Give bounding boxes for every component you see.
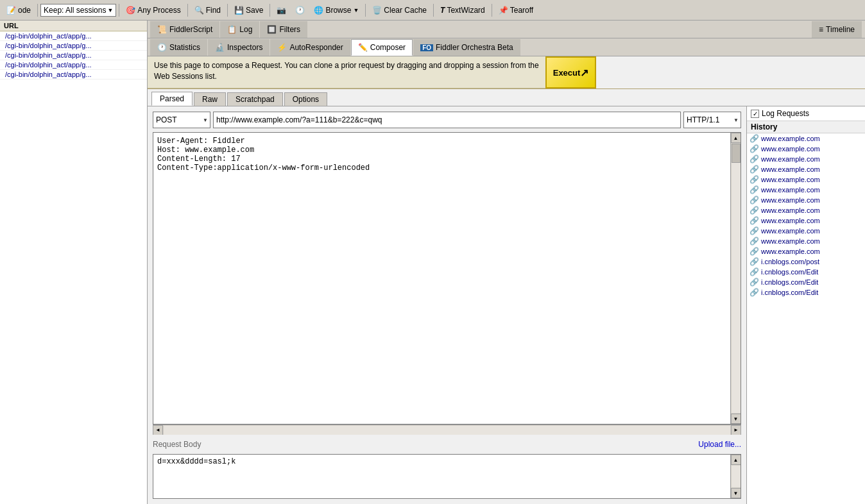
headers-textarea[interactable]: [153, 133, 730, 424]
composer-panel: Use this page to compose a Request. You …: [148, 56, 865, 504]
history-item[interactable]: 🔗 www.example.com: [747, 185, 865, 195]
http-version-select[interactable]: HTTP/1.1 HTTP/2: [683, 112, 741, 128]
browse-arrow: ▼: [353, 7, 359, 13]
history-item[interactable]: 🔗 www.example.com: [747, 154, 865, 164]
history-item[interactable]: 🔗 i.cnblogs.com/Edit: [747, 277, 865, 287]
history-icon-green: 🔗: [749, 144, 759, 153]
toolbar-code[interactable]: 📝 ode: [3, 4, 35, 16]
http-version-wrapper[interactable]: HTTP/1.1 HTTP/2: [683, 112, 741, 128]
tab-statistics[interactable]: 🕐 Statistics: [150, 39, 207, 56]
scroll-down-btn[interactable]: ▼: [731, 414, 741, 424]
tab-parsed[interactable]: Parsed: [151, 92, 193, 106]
toolbar-clock[interactable]: 🕐: [291, 4, 309, 16]
save-icon: 💾: [234, 6, 244, 15]
log-requests-label: Log Requests: [762, 109, 809, 118]
request-area: POST GET PUT DELETE HTTP/1.1 HTTP/2: [148, 106, 746, 504]
list-item[interactable]: /cgi-bin/dolphin_act/app/g...: [0, 41, 147, 51]
toolbar-camera[interactable]: 📷: [273, 4, 290, 16]
sidebar-header: URL: [0, 21, 147, 31]
toolbar-tearoff[interactable]: 📌 Tearoff: [495, 4, 537, 16]
history-item[interactable]: 🔗 www.example.com: [747, 205, 865, 215]
log-requests-checkbox[interactable]: ✓: [751, 110, 759, 118]
list-item[interactable]: /cgi-bin/dolphin_act/app/g...: [0, 70, 147, 80]
history-item[interactable]: 🔗 www.example.com: [747, 174, 865, 185]
camera-icon: 📷: [277, 6, 286, 15]
history-item[interactable]: 🔗 www.example.com: [747, 226, 865, 236]
history-item[interactable]: 🔗 i.cnblogs.com/Edit: [747, 267, 865, 277]
tearoff-icon: 📌: [499, 6, 508, 15]
separator-7: [433, 4, 434, 17]
tab-log[interactable]: 📋 Log: [220, 21, 259, 38]
log-requests-checkbox-row[interactable]: ✓ Log Requests: [751, 109, 809, 118]
tab-autoresponder[interactable]: ⚡ AutoResponder: [270, 39, 350, 56]
separator-2: [119, 4, 119, 17]
main-layout: URL /cgi-bin/dolphin_act/app/g... /cgi-b…: [0, 21, 865, 504]
scroll-track: [732, 144, 741, 413]
history-item[interactable]: 🔗 www.example.com: [747, 195, 865, 205]
tab-bar-2: 🕐 Statistics 🔬 Inspectors ⚡ AutoResponde…: [148, 38, 865, 56]
body-scroll-up-btn[interactable]: ▲: [731, 455, 741, 465]
history-icon-green: 🔗: [749, 134, 759, 143]
inspectors-icon: 🔬: [215, 43, 225, 52]
history-item[interactable]: 🔗 i.cnblogs.com/post: [747, 256, 865, 267]
left-sidebar: URL /cgi-bin/dolphin_act/app/g... /cgi-b…: [0, 21, 148, 504]
body-textarea[interactable]: [153, 455, 730, 498]
toolbar-textwizard[interactable]: T TextWizard: [436, 4, 489, 16]
tab-bar-1: 📜 FiddlerScript 📋 Log 🔲 Filters ≡ Timeli…: [148, 21, 865, 38]
history-icon-green: 🔗: [749, 237, 759, 246]
list-item[interactable]: /cgi-bin/dolphin_act/app/g...: [0, 60, 147, 70]
scroll-right-btn[interactable]: ►: [731, 425, 741, 435]
toolbar-find[interactable]: 🔍 Find: [191, 4, 225, 16]
timeline-icon: ≡: [819, 25, 823, 34]
composer-icon: ✏️: [358, 43, 368, 52]
tab-scratchpad[interactable]: Scratchpad: [227, 92, 283, 106]
history-item[interactable]: 🔗 www.example.com: [747, 164, 865, 174]
code-icon: 📝: [6, 6, 16, 15]
history-icon-green: 🔗: [749, 206, 759, 215]
url-input[interactable]: [213, 112, 681, 128]
upload-file-link[interactable]: Upload file...: [698, 440, 741, 449]
tab-fiddler-orchestra[interactable]: FO Fiddler Orchestra Beta: [413, 39, 520, 56]
tab-composer[interactable]: ✏️ Composer: [351, 39, 413, 56]
headers-scrollbar-v[interactable]: ▲ ▼: [730, 133, 741, 424]
list-item[interactable]: /cgi-bin/dolphin_act/app/g...: [0, 31, 147, 41]
fiddlerscript-icon: 📜: [157, 25, 167, 34]
headers-section: ▲ ▼ ◄ ►: [153, 132, 741, 435]
tab-options[interactable]: Options: [284, 92, 327, 106]
headers-scrollbar-h[interactable]: ◄ ►: [153, 424, 741, 435]
info-bar-text: Use this page to compose a Request. You …: [154, 60, 539, 82]
history-item[interactable]: 🔗 i.cnblogs.com/Edit: [747, 287, 865, 298]
history-item[interactable]: 🔗 www.example.com: [747, 215, 865, 226]
content-area: 📜 FiddlerScript 📋 Log 🔲 Filters ≡ Timeli…: [148, 21, 865, 504]
tab-inspectors[interactable]: 🔬 Inspectors: [208, 39, 270, 56]
body-scroll-down-btn[interactable]: ▼: [731, 488, 741, 498]
keep-sessions-label: Keep: All sessions: [44, 6, 106, 15]
history-item[interactable]: 🔗 www.example.com: [747, 246, 865, 256]
toolbar-any-process[interactable]: 🎯 Any Process: [122, 4, 184, 16]
toolbar-clear-cache[interactable]: 🗑️ Clear Cache: [368, 4, 431, 16]
method-select-wrapper[interactable]: POST GET PUT DELETE: [153, 112, 210, 128]
method-select[interactable]: POST GET PUT DELETE: [153, 112, 210, 128]
scroll-left-btn[interactable]: ◄: [153, 425, 163, 435]
tab-fiddlerscript[interactable]: 📜 FiddlerScript: [150, 21, 219, 38]
scroll-up-btn[interactable]: ▲: [731, 133, 741, 143]
history-item[interactable]: 🔗 www.example.com: [747, 236, 865, 246]
separator-8: [492, 4, 492, 17]
right-panel-header: ✓ Log Requests: [747, 106, 865, 121]
execute-button[interactable]: Execut ↗: [545, 56, 597, 88]
history-item[interactable]: 🔗 www.example.com: [747, 144, 865, 154]
history-item[interactable]: 🔗 www.example.com: [747, 133, 865, 144]
keep-sessions-dropdown[interactable]: Keep: All sessions ▼: [40, 4, 116, 17]
toolbar-browse[interactable]: 🌐 Browse ▼: [310, 4, 363, 16]
history-icon-orange: 🔗: [749, 196, 759, 205]
history-label: History: [747, 121, 865, 133]
tab-timeline[interactable]: ≡ Timeline: [812, 21, 862, 38]
body-scrollbar-v[interactable]: ▲ ▼: [730, 455, 741, 498]
tab-raw[interactable]: Raw: [194, 92, 226, 106]
list-item[interactable]: /cgi-bin/dolphin_act/app/g...: [0, 51, 147, 60]
toolbar-save[interactable]: 💾 Save: [230, 4, 267, 16]
textwizard-icon: T: [440, 6, 445, 15]
separator-4: [227, 4, 228, 17]
history-icon-orange: 🔗: [749, 288, 759, 297]
tab-filters[interactable]: 🔲 Filters: [260, 21, 307, 38]
